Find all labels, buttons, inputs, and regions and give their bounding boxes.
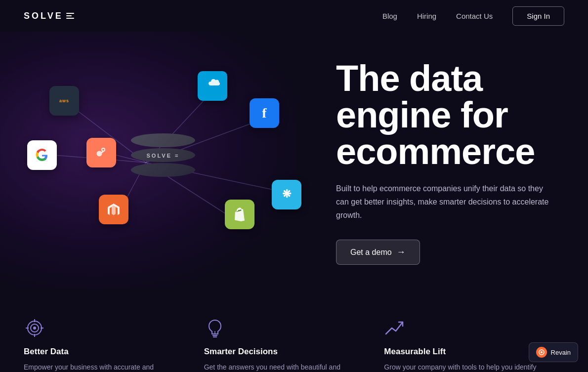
service-icon-snowflake: ❋ [272, 180, 301, 209]
svg-point-24 [541, 351, 543, 353]
feature-title-better-data: Better Data [24, 347, 184, 357]
feature-title-lift: Measurable Lift [384, 347, 545, 357]
nav-contact[interactable]: Contact Us [456, 12, 493, 20]
svg-point-10 [97, 151, 102, 157]
navbar: SOLVE Blog Hiring Contact Us Sign In [0, 0, 588, 32]
revain-icon [536, 347, 547, 358]
service-icon-salesforce [198, 71, 227, 101]
demo-button-label: Get a demo [350, 248, 392, 257]
hero-title-line2: engine for [336, 94, 508, 135]
hero-content: The data engine for ecommerce Built to h… [326, 60, 588, 265]
service-icon-facebook: f [250, 98, 279, 128]
service-icon-aws: aws [49, 86, 79, 116]
arrow-right-icon: → [397, 247, 406, 257]
svg-line-11 [101, 152, 103, 153]
service-icon-shopify [225, 200, 254, 229]
hubspot-logo [93, 145, 109, 161]
hero-title: The data engine for ecommerce [336, 60, 564, 170]
feature-better-data: Better Data Empower your business with a… [24, 317, 204, 372]
db-top [131, 133, 195, 147]
demo-button[interactable]: Get a demo → [336, 240, 420, 265]
hero-section: SOLVE = aws f ❋ [0, 32, 588, 293]
nav-links: Blog Hiring Contact Us Sign In [382, 6, 564, 26]
feature-desc-smarter: Get the answers you need with beautiful … [204, 362, 365, 372]
google-logo [34, 147, 50, 163]
service-icon-google [27, 140, 57, 170]
aws-label: aws [59, 98, 69, 103]
revain-label: Revain [551, 349, 571, 356]
trending-up-icon [384, 317, 406, 339]
shopify-logo [231, 206, 248, 223]
magento-logo [106, 202, 122, 217]
hero-visual: SOLVE = aws f ❋ [0, 41, 326, 284]
facebook-label: f [262, 105, 266, 121]
feature-desc-lift: Grow your company with tools to help you… [384, 362, 545, 372]
hero-title-line1: The data [336, 58, 482, 99]
logo[interactable]: SOLVE [24, 11, 74, 21]
nav-hiring[interactable]: Hiring [417, 12, 436, 20]
svg-point-15 [33, 327, 36, 330]
lightbulb-icon [204, 317, 226, 339]
feature-smarter-decisions: Smarter Decisions Get the answers you ne… [204, 317, 384, 372]
db-bottom [131, 163, 195, 177]
svg-point-12 [102, 149, 104, 151]
revain-logo-icon [538, 349, 545, 356]
feature-desc-better-data: Empower your business with accurate and … [24, 362, 184, 372]
target-icon [24, 317, 45, 339]
service-icon-hubspot [86, 138, 116, 167]
snowflake-logo: ❋ [279, 187, 294, 203]
nav-blog[interactable]: Blog [382, 12, 397, 20]
logo-bar-3 [66, 18, 74, 19]
signin-button[interactable]: Sign In [512, 6, 564, 26]
hero-subtitle: Built to help ecommerce companies unify … [336, 182, 553, 222]
database-cylinder: SOLVE = [131, 130, 195, 195]
logo-bar-1 [66, 13, 74, 14]
logo-text: SOLVE [24, 11, 63, 21]
hero-title-line3: ecommerce [336, 131, 535, 172]
revain-badge[interactable]: Revain [529, 342, 578, 362]
logo-bar-2 [66, 15, 72, 16]
logo-icon [66, 13, 74, 19]
svg-text:❋: ❋ [282, 188, 292, 200]
features-section: Better Data Empower your business with a… [0, 293, 588, 372]
salesforce-logo [204, 79, 221, 93]
feature-title-smarter: Smarter Decisions [204, 347, 365, 357]
db-label: SOLVE = [131, 153, 195, 159]
service-icon-magento [99, 195, 128, 224]
